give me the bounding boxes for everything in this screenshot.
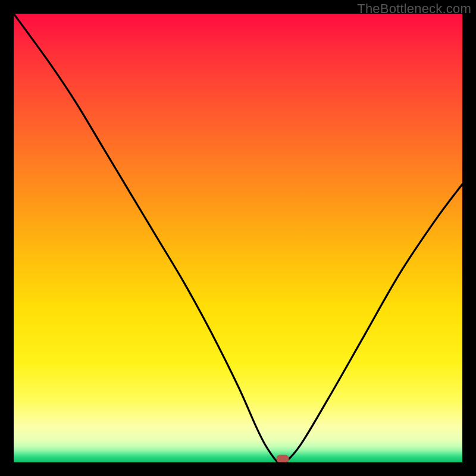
optimum-marker xyxy=(277,455,289,462)
bottleneck-curve xyxy=(14,14,462,462)
watermark-text: TheBottleneck.com xyxy=(357,1,471,17)
plot-area xyxy=(14,14,462,462)
chart-frame: TheBottleneck.com xyxy=(0,0,476,476)
